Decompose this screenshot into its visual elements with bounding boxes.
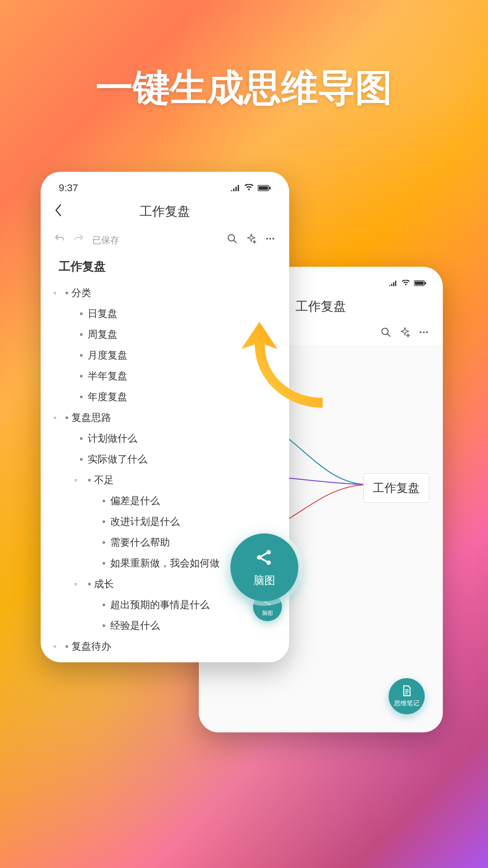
battery-icon xyxy=(258,182,271,194)
svg-point-6 xyxy=(272,238,274,240)
search-button[interactable] xyxy=(227,233,238,247)
svg-point-5 xyxy=(269,238,271,240)
svg-rect-1 xyxy=(258,186,268,190)
status-bar: 9:37 xyxy=(41,172,289,197)
search-button[interactable] xyxy=(380,327,391,341)
outline-title[interactable]: 工作复盘 xyxy=(59,259,274,274)
battery-icon xyxy=(414,278,427,288)
outline-node[interactable]: 偏差是什么 xyxy=(56,491,274,511)
fab-label: 脑图 xyxy=(253,573,275,588)
wifi-icon xyxy=(401,278,410,288)
svg-rect-8 xyxy=(415,281,424,284)
more-button[interactable] xyxy=(265,233,276,247)
outline-node[interactable]: 复盘待办 xyxy=(56,636,274,657)
outline-node[interactable]: 经验是什么 xyxy=(56,615,274,636)
svg-point-11 xyxy=(420,331,422,333)
page-title: 工作复盘 xyxy=(41,203,289,220)
outline-node[interactable]: 改进计划是什么 xyxy=(56,511,274,532)
fab-label: 思维笔记 xyxy=(394,699,419,708)
sparkle-button[interactable] xyxy=(246,233,257,247)
outline-node[interactable]: 分类 xyxy=(56,283,274,303)
share-icon xyxy=(254,547,275,570)
svg-point-4 xyxy=(266,238,268,240)
mindnote-fab-button[interactable]: 思维笔记 xyxy=(389,678,425,714)
svg-rect-9 xyxy=(425,282,426,284)
undo-button[interactable] xyxy=(54,233,65,247)
headline-text: 一键生成思维导图 xyxy=(0,63,488,113)
more-button[interactable] xyxy=(418,327,429,341)
signal-icon xyxy=(230,182,240,194)
wifi-icon xyxy=(244,182,254,194)
redo-button[interactable] xyxy=(73,233,84,247)
outline-node[interactable]: 实际做了什么 xyxy=(56,449,274,470)
signal-icon xyxy=(389,278,398,288)
transform-arrow-icon xyxy=(232,317,343,426)
document-icon xyxy=(401,685,413,698)
sparkle-button[interactable] xyxy=(399,327,410,341)
mindmap-fab-button-large[interactable]: 脑图 xyxy=(230,533,298,601)
fab-label: 脑图 xyxy=(262,609,273,617)
editor-toolbar: 已保存 xyxy=(41,227,289,253)
outline-node[interactable]: 不足 xyxy=(56,470,274,491)
outline-node[interactable]: 超出预期的事情是什么 xyxy=(56,594,274,615)
outline-node[interactable]: 计划做什么 xyxy=(56,428,274,449)
svg-point-12 xyxy=(423,331,425,333)
outline-content[interactable]: 工作复盘 分类 日复盘 周复盘 月度复盘 半年复盘 年度复盘 复盘思路 计划做什… xyxy=(41,253,289,662)
mindmap-root-node[interactable]: 工作复盘 xyxy=(363,473,429,503)
nav-bar: 工作复盘 xyxy=(41,197,289,227)
svg-rect-2 xyxy=(269,187,271,189)
saved-status: 已保存 xyxy=(92,234,119,246)
status-time: 9:37 xyxy=(59,182,78,194)
svg-point-13 xyxy=(426,331,428,333)
